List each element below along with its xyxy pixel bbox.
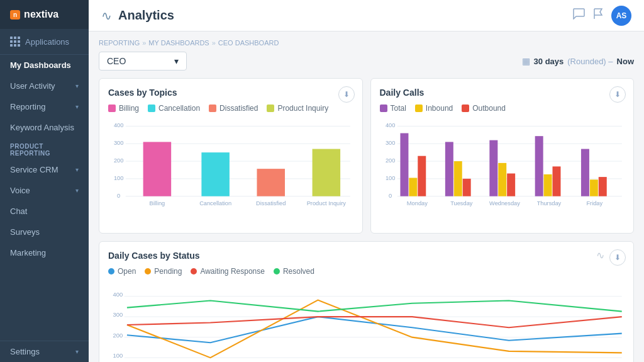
daily-cases-title: Daily Cases by Status: [108, 251, 625, 261]
bar-monday-total: [400, 133, 408, 196]
resolved-color: [274, 268, 280, 274]
charts-top-grid: Cases by Topics ⬇ Billing Cancellation D…: [99, 78, 634, 234]
bar-thursday-outbound: [552, 166, 560, 196]
logo-text: nextiva: [24, 9, 58, 20]
download-button[interactable]: ⬇: [338, 86, 355, 103]
svg-text:300: 300: [114, 140, 123, 146]
svg-text:0: 0: [389, 193, 392, 199]
line-pending: [127, 300, 622, 358]
bar-friday-total: [580, 149, 589, 196]
sidebar-item-service-crm[interactable]: Service CRM ▾: [0, 159, 89, 180]
logo-icon: n: [10, 10, 20, 20]
line-open: [127, 317, 622, 342]
legend-open: Open: [108, 267, 136, 276]
cancellation-color: [148, 105, 155, 112]
svg-text:0: 0: [117, 193, 120, 199]
sidebar-item-user-activity[interactable]: User Activity ▾: [0, 76, 89, 96]
sidebar-item-my-dashboards[interactable]: My Dashboards: [0, 55, 89, 76]
applications-label: Applications: [25, 37, 69, 47]
bar-wednesday-total: [489, 140, 497, 196]
breadcrumb: REPORTING » MY DASHBOARDS » CEO DASHBOAR…: [99, 39, 634, 47]
svg-text:200: 200: [385, 157, 394, 164]
sidebar-item-reporting[interactable]: Reporting ▾: [0, 96, 89, 117]
legend-dissatisfied: Dissatisfied: [209, 104, 258, 113]
download-button[interactable]: ⬇: [609, 86, 626, 103]
bar-monday-outbound: [418, 156, 426, 196]
svg-text:Billing: Billing: [150, 200, 165, 206]
daily-calls-chart: 400 300 200 100 0 Monday: [380, 118, 625, 222]
legend-pending: Pending: [145, 267, 182, 276]
daily-calls-card: Daily Calls ⬇ Total Inbound Outbound: [370, 78, 635, 234]
avatar[interactable]: AS: [611, 6, 631, 26]
legend-inbound: Inbound: [415, 104, 453, 113]
chat-icon[interactable]: [572, 8, 585, 23]
dashboard-dropdown[interactable]: CEO ▾: [99, 52, 187, 71]
topbar-left: ∿ Analytics: [101, 8, 174, 23]
logo[interactable]: n nextiva: [0, 0, 89, 29]
svg-text:400: 400: [114, 122, 123, 128]
bar-friday-inbound: [589, 179, 597, 196]
topbar: ∿ Analytics AS: [89, 0, 644, 31]
bar-tuesday-outbound: [462, 179, 470, 196]
sidebar-item-settings[interactable]: Settings ▾: [0, 341, 89, 362]
sidebar: n nextiva Applications My Dashboards Use…: [0, 0, 89, 362]
svg-text:Thursday: Thursday: [536, 200, 561, 206]
toolbar-row: CEO ▾ ▦ 30 days (Rounded) – Now: [99, 52, 634, 71]
normalize-icon[interactable]: ∿: [596, 249, 604, 261]
svg-text:400: 400: [385, 122, 394, 128]
inbound-color: [415, 105, 423, 112]
svg-text:400: 400: [113, 291, 123, 298]
status-legend: Open Pending Awaiting Response Resolved: [108, 267, 625, 276]
cases-by-topics-title: Cases by Topics: [108, 88, 353, 98]
calendar-icon: ▦: [522, 56, 530, 66]
pending-color: [145, 268, 151, 274]
dissatisfied-color: [209, 105, 216, 112]
sidebar-item-keyword-analysis[interactable]: Keyword Analysis: [0, 117, 89, 138]
billing-color: [108, 105, 116, 112]
download-button[interactable]: ⬇: [609, 249, 626, 266]
chevron-icon: ▾: [75, 82, 79, 89]
sidebar-item-surveys[interactable]: Surveys: [0, 222, 89, 242]
sidebar-item-chat[interactable]: Chat: [0, 201, 89, 222]
bar-friday-outbound: [598, 177, 606, 196]
chevron-icon: ▾: [75, 166, 79, 173]
chevron-icon: ▾: [75, 103, 79, 110]
svg-text:200: 200: [114, 157, 123, 164]
legend-resolved: Resolved: [274, 267, 314, 276]
svg-text:100: 100: [114, 175, 123, 181]
sidebar-item-applications[interactable]: Applications: [0, 29, 89, 55]
svg-text:Tuesday: Tuesday: [450, 200, 473, 206]
legend-cancellation: Cancellation: [148, 104, 200, 113]
bar-tuesday-total: [445, 142, 453, 196]
page-title: Analytics: [118, 8, 174, 23]
date-filter: ▦ 30 days (Rounded) – Now: [522, 56, 634, 66]
content-area: REPORTING » MY DASHBOARDS » CEO DASHBOAR…: [89, 31, 644, 362]
analytics-icon: ∿: [101, 8, 112, 23]
svg-text:Wednesday: Wednesday: [489, 200, 520, 206]
svg-text:Cancellation: Cancellation: [199, 200, 231, 206]
legend-product-inquiry: Product Inquiry: [267, 104, 328, 113]
svg-text:Product Inquiry: Product Inquiry: [307, 200, 347, 206]
bar-product-inquiry: [313, 149, 341, 196]
cases-legend: Billing Cancellation Dissatisfied Produc…: [108, 104, 353, 113]
sidebar-item-marketing[interactable]: Marketing: [0, 242, 89, 263]
flag-icon[interactable]: [592, 8, 604, 23]
svg-text:200: 200: [113, 332, 123, 339]
legend-total: Total: [380, 104, 406, 113]
svg-text:Monday: Monday: [406, 200, 427, 206]
chevron-icon: ▾: [75, 187, 79, 194]
line-resolved: [127, 300, 622, 311]
chevron-down-icon: ▾: [174, 56, 179, 66]
sidebar-item-voice[interactable]: Voice ▾: [0, 180, 89, 201]
svg-text:300: 300: [113, 311, 123, 318]
open-color: [108, 268, 114, 274]
daily-cases-status-card: Daily Cases by Status ⬇ ∿ Open Pending A…: [99, 241, 634, 362]
cases-bar-chart: 400 300 200 100 0 Billing: [108, 118, 353, 222]
cases-by-topics-card: Cases by Topics ⬇ Billing Cancellation D…: [99, 78, 363, 234]
product-inquiry-color: [267, 105, 274, 112]
bar-wednesday-inbound: [498, 163, 506, 196]
bar-dissatisfied: [257, 169, 285, 196]
chevron-icon: ▾: [75, 348, 79, 355]
sidebar-bottom: Settings ▾: [0, 341, 89, 362]
awaiting-color: [191, 268, 197, 274]
